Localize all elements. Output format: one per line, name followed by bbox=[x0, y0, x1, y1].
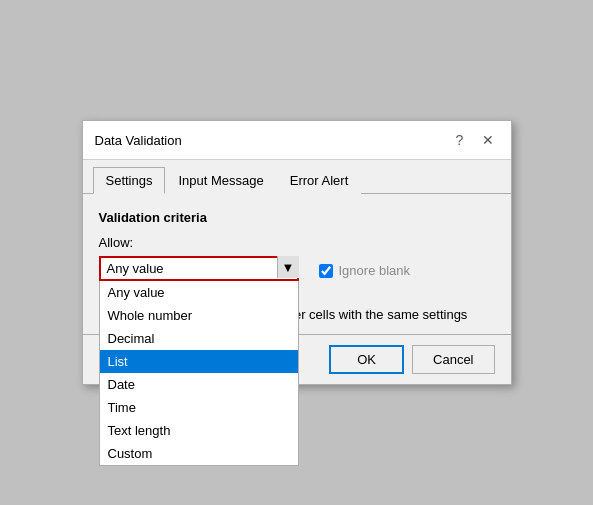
footer-right-buttons: OK Cancel bbox=[329, 345, 494, 374]
allow-row: Allow: Any value ▼ Any value Whole numbe… bbox=[99, 235, 495, 281]
tab-bar: Settings Input Message Error Alert bbox=[83, 160, 511, 194]
tab-error-alert[interactable]: Error Alert bbox=[277, 167, 362, 194]
dropdown-item-list[interactable]: List bbox=[100, 350, 298, 373]
dropdown-item-any-value[interactable]: Any value bbox=[100, 281, 298, 304]
section-title: Validation criteria bbox=[99, 210, 495, 225]
dropdown-item-decimal[interactable]: Decimal bbox=[100, 327, 298, 350]
dropdown-item-time[interactable]: Time bbox=[100, 396, 298, 419]
ignore-blank-group: Ignore blank bbox=[319, 263, 411, 278]
allow-select-container: Any value ▼ Any value Whole number Decim… bbox=[99, 256, 299, 281]
ignore-blank-checkbox[interactable] bbox=[319, 264, 333, 278]
dialog-title: Data Validation bbox=[95, 133, 182, 148]
allow-selected-value: Any value bbox=[107, 261, 164, 276]
ignore-blank-label: Ignore blank bbox=[339, 263, 411, 278]
dropdown-item-whole-number[interactable]: Whole number bbox=[100, 304, 298, 327]
cancel-button[interactable]: Cancel bbox=[412, 345, 494, 374]
tab-input-message[interactable]: Input Message bbox=[165, 167, 276, 194]
allow-select-box[interactable]: Any value ▼ bbox=[99, 256, 299, 281]
settings-content: Validation criteria Allow: Any value ▼ A… bbox=[83, 194, 511, 334]
data-validation-dialog: Data Validation ? ✕ Settings Input Messa… bbox=[82, 120, 512, 385]
dropdown-list: Any value Whole number Decimal List Date… bbox=[99, 281, 299, 466]
title-bar: Data Validation ? ✕ bbox=[83, 121, 511, 160]
allow-label: Allow: bbox=[99, 235, 299, 250]
dropdown-item-date[interactable]: Date bbox=[100, 373, 298, 396]
title-buttons: ? ✕ bbox=[449, 129, 499, 151]
dropdown-arrow: ▼ bbox=[277, 256, 299, 278]
dropdown-item-text-length[interactable]: Text length bbox=[100, 419, 298, 442]
tab-settings[interactable]: Settings bbox=[93, 167, 166, 194]
help-button[interactable]: ? bbox=[449, 129, 471, 151]
allow-field-group: Allow: Any value ▼ Any value Whole numbe… bbox=[99, 235, 299, 281]
ok-button[interactable]: OK bbox=[329, 345, 404, 374]
chevron-down-icon: ▼ bbox=[282, 260, 295, 275]
dropdown-item-custom[interactable]: Custom bbox=[100, 442, 298, 465]
close-button[interactable]: ✕ bbox=[477, 129, 499, 151]
